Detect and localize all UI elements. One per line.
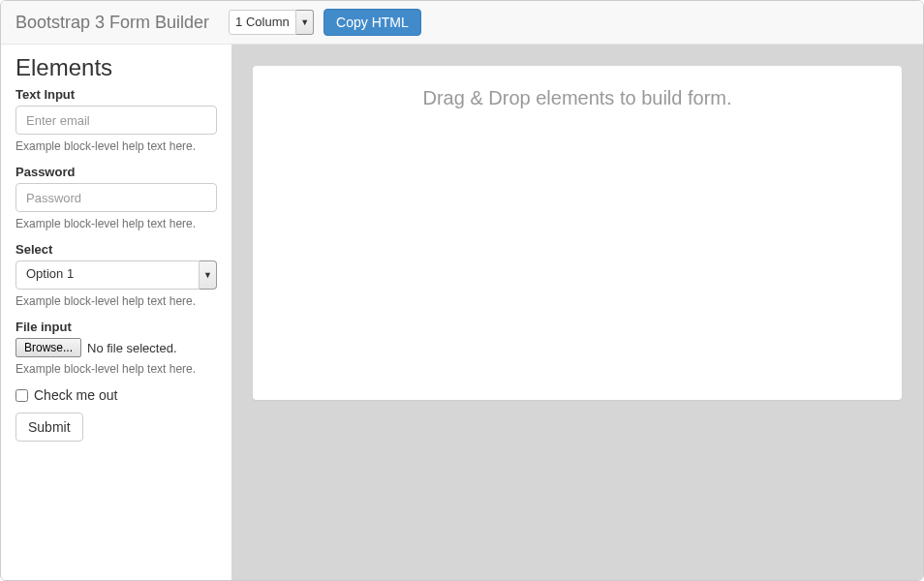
column-select-value: 1 Column [229,10,296,35]
select-group[interactable]: Select Option 1 ▼ Example block-level he… [15,242,217,308]
column-select[interactable]: 1 Column ▼ [229,10,314,35]
copy-html-button[interactable]: Copy HTML [323,9,421,36]
submit-button[interactable]: Submit [15,413,83,442]
text-input-field[interactable] [15,106,217,135]
select-label: Select [15,242,217,257]
chevron-down-icon[interactable]: ▼ [296,10,314,35]
text-input-group[interactable]: Text Input Example block-level help text… [15,87,217,153]
chevron-down-icon[interactable]: ▼ [200,260,217,290]
checkbox-group[interactable]: Check me out [15,387,217,403]
password-label: Password [15,165,217,179]
select-field[interactable]: Option 1 ▼ [15,260,217,290]
sidebar-title: Elements [15,54,217,81]
password-help: Example block-level help text here. [15,217,217,230]
file-input-label: File input [15,320,217,334]
text-input-help: Example block-level help text here. [15,139,217,153]
file-input-help: Example block-level help text here. [15,362,217,376]
password-group[interactable]: Password Example block-level help text h… [15,165,217,230]
select-help: Example block-level help text here. [15,294,217,308]
password-field[interactable] [15,183,217,212]
select-value: Option 1 [15,260,200,290]
main: Elements Text Input Example block-level … [1,45,923,581]
file-input-group[interactable]: File input Browse... No file selected. E… [15,320,217,376]
navbar: Bootstrap 3 Form Builder 1 Column ▼ Copy… [1,1,923,45]
form-dropzone[interactable]: Drag & Drop elements to build form. [253,66,902,400]
canvas-area: Drag & Drop elements to build form. [231,45,923,581]
dropzone-placeholder: Drag & Drop elements to build form. [422,87,731,108]
checkbox-input[interactable] [15,389,28,402]
browse-button[interactable]: Browse... [15,338,81,357]
checkbox-label: Check me out [34,387,117,403]
navbar-brand: Bootstrap 3 Form Builder [15,13,209,33]
text-input-label: Text Input [15,87,217,102]
file-status-text: No file selected. [87,341,177,355]
elements-sidebar: Elements Text Input Example block-level … [1,45,231,581]
